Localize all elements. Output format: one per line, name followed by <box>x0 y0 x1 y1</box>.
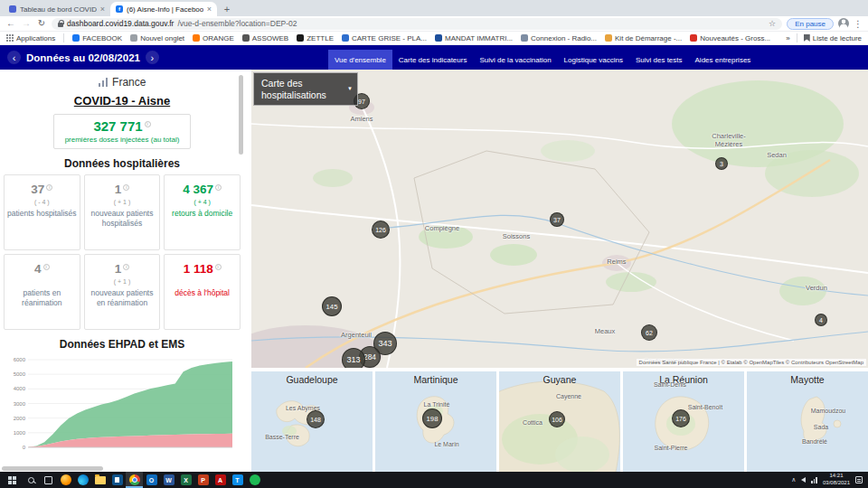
tab-close-icon[interactable]: × <box>100 5 105 14</box>
bookmark-carte-grise-pla[interactable]: CARTE GRISE - PLA... <box>342 34 427 42</box>
firefox-icon[interactable] <box>57 472 74 488</box>
overseas-bubble[interactable]: 106 <box>549 411 565 427</box>
word-icon[interactable]: W <box>160 472 177 488</box>
dashboard-tab-suivi-de-la-vaccination[interactable]: Suivi de la vaccination <box>473 50 557 70</box>
info-icon[interactable]: i <box>46 184 52 191</box>
bookmark-kit-de-demarrage[interactable]: Kit de Démarrage -... <box>605 34 682 42</box>
search-glyph <box>28 477 34 483</box>
browser-tab-facebook[interactable]: f (6) Aisne-Info | Facebook × <box>110 2 217 16</box>
taskbar-clock[interactable]: 14:21 03/08/2021 <box>823 473 850 487</box>
edge-icon[interactable] <box>74 472 91 488</box>
volume-icon[interactable] <box>801 477 806 483</box>
dashboard-tab-suivi-des-tests[interactable]: Suivi des tests <box>629 50 689 70</box>
overseas-panel-martinique[interactable]: MartiniqueLa TrinitéLe Marin198 <box>375 371 496 472</box>
map-layer-dropdown[interactable]: Carte des hospitalisations ▼ <box>253 72 358 106</box>
reload-button[interactable]: ↻ <box>36 19 47 28</box>
forward-button[interactable]: → <box>21 19 32 28</box>
bookmark-connexion-radio[interactable]: Connexion - Radio... <box>521 34 597 42</box>
stat-card-nouveaux-patients-hospitalises: 1i( + 1 )nouveaux patients hospitalisés <box>84 174 161 250</box>
dashboard-tab-logistique-vaccins[interactable]: Logistique vaccins <box>558 50 629 70</box>
map-bubble[interactable]: 4 <box>815 314 827 326</box>
map-bubble[interactable]: 126 <box>372 221 390 239</box>
reading-list-button[interactable]: Liste de lecture <box>804 34 862 42</box>
outlook-icon[interactable]: O <box>143 472 160 488</box>
info-icon[interactable]: i <box>123 264 129 270</box>
bookmark-nouveautes-gross[interactable]: Nouveautés - Gross... <box>690 34 770 42</box>
bookmark-assoweb[interactable]: ASSOWEB <box>242 34 288 42</box>
sidebar-horizontal-scrollbar[interactable] <box>2 466 103 471</box>
bookmark-nouvel-onglet[interactable]: Nouvel onglet <box>130 34 184 42</box>
apps-shortcut[interactable]: Applications <box>6 34 55 42</box>
browser-tab-dashboard[interactable]: Tableau de bord COVID-19 Suiv × <box>4 2 110 16</box>
bookmarks-overflow-chevron[interactable]: » <box>786 34 789 42</box>
chevron-down-icon: ▼ <box>347 86 353 92</box>
acrobat-icon[interactable]: A <box>212 472 229 488</box>
map-bubble[interactable]: 313 <box>342 348 365 368</box>
map-bubble[interactable]: 37 <box>550 212 564 227</box>
info-icon[interactable]: i <box>123 184 129 191</box>
overseas-bubble[interactable]: 176 <box>672 409 690 427</box>
tray-expand-icon[interactable]: ∧ <box>791 476 796 483</box>
search-icon[interactable] <box>23 472 40 488</box>
excel-icon[interactable]: X <box>177 472 194 488</box>
svg-text:5000: 5000 <box>14 372 26 378</box>
bookmark-label: Connexion - Radio... <box>531 34 597 42</box>
powerpoint-icon[interactable]: P <box>194 472 212 488</box>
map-bubble[interactable]: 3 <box>715 157 728 170</box>
info-icon[interactable]: i <box>43 264 50 270</box>
file-explorer-icon[interactable] <box>91 472 108 488</box>
back-button[interactable]: ← <box>5 19 16 28</box>
map-bubble[interactable]: 145 <box>322 296 342 316</box>
dashboard-tab-aides-entreprises[interactable]: Aides entreprises <box>689 50 758 70</box>
stat-delta: ( + 1 ) <box>114 199 130 206</box>
profile-avatar[interactable] <box>838 18 849 29</box>
location-selector[interactable]: France <box>0 73 244 91</box>
overseas-bubble[interactable]: 148 <box>307 410 325 428</box>
overseas-bubble[interactable]: 198 <box>422 408 442 428</box>
spotify-icon[interactable] <box>246 472 263 488</box>
new-tab-button[interactable]: + <box>221 3 233 15</box>
start-button[interactable] <box>4 472 21 488</box>
bookmark-zettle[interactable]: ZETTLE <box>297 34 334 42</box>
hospitalisations-map[interactable]: AmiensCompiègneSoissonsReimsCharleville-… <box>251 70 868 368</box>
previous-date-button[interactable]: ‹ <box>7 51 21 64</box>
next-date-button[interactable]: › <box>146 51 159 64</box>
map-layer-label: Carte des hospitalisations <box>261 78 326 100</box>
bookmark-star-icon[interactable]: ☆ <box>769 19 776 28</box>
network-icon[interactable] <box>811 477 817 483</box>
tab-close-icon[interactable]: × <box>207 5 212 14</box>
overseas-panel-guadeloupe[interactable]: GuadeloupeLes AbymesBasse-Terre148 <box>251 371 373 472</box>
info-icon[interactable]: i <box>215 264 222 270</box>
browser-tab-strip: Tableau de bord COVID-19 Suiv × f (6) Ai… <box>0 0 868 16</box>
overseas-panel-la-reunion[interactable]: La RéunionSaint-DenisSaint-BenoîtSaint-P… <box>623 371 744 472</box>
overseas-panel-guyane[interactable]: GuyaneCayenneCottica106 <box>499 371 620 472</box>
stat-label: retours à domicile <box>172 209 232 219</box>
apps-label: Applications <box>16 34 55 42</box>
map-column: AmiensCompiègneSoissonsReimsCharleville-… <box>251 70 868 472</box>
bookmark-orange[interactable]: ORANGE <box>193 34 234 42</box>
overseas-title: Mayotte <box>747 374 868 385</box>
dashboard-tab-vue-d-ensemble[interactable]: Vue d'ensemble <box>328 50 392 70</box>
task-view-icon[interactable] <box>40 472 57 488</box>
bookmark-label: FACEBOOK <box>82 34 122 42</box>
browser-toolbar: ← → ↻ dashboard.covid19.data.gouv.fr /vu… <box>0 16 868 32</box>
info-icon[interactable]: i <box>215 184 222 191</box>
overseas-panel-mayotte[interactable]: MayotteMamoudzouSadaBandrélé <box>747 371 868 472</box>
map-bubble[interactable]: 62 <box>641 324 657 341</box>
tab-title: Tableau de bord COVID-19 Suiv <box>20 5 97 14</box>
action-center-icon[interactable] <box>855 476 863 483</box>
browser-menu-icon[interactable]: ⋮ <box>854 19 863 29</box>
info-icon[interactable]: i <box>145 121 151 127</box>
sync-paused-button[interactable]: En pause <box>787 18 834 30</box>
teamviewer-icon[interactable]: T <box>229 472 246 488</box>
chrome-icon[interactable] <box>126 472 143 488</box>
dashboard-tab-carte-des-indicateurs[interactable]: Carte des indicateurs <box>392 50 474 70</box>
store-icon[interactable] <box>108 472 126 488</box>
address-bar[interactable]: dashboard.covid19.data.gouv.fr /vue-d-en… <box>52 18 782 30</box>
bookmark-mandat-immatri[interactable]: MANDAT IMMATRI... <box>435 34 513 42</box>
stat-value: 37i <box>31 183 52 196</box>
ehpad-chart: 0100020003000400050006000 <box>5 355 238 462</box>
sidebar-scrollbar[interactable] <box>239 75 243 155</box>
bookmark-label: CARTE GRISE - PLA... <box>352 34 427 42</box>
bookmark-facebook[interactable]: FACEBOOK <box>72 34 122 42</box>
